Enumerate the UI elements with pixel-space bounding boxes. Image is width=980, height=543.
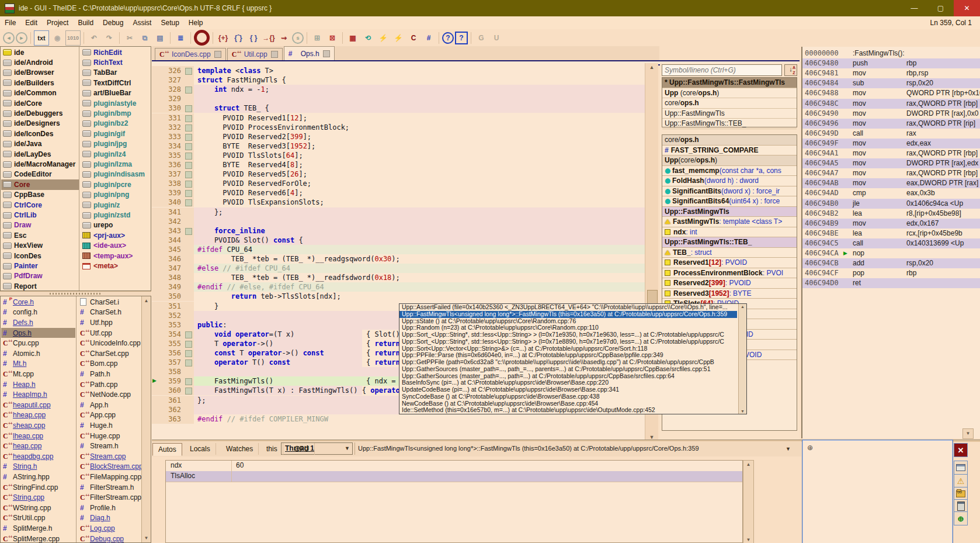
file-item[interactable]: #App.h: [78, 400, 141, 410]
build-release-icon[interactable]: ⚡: [391, 31, 405, 45]
cut-icon[interactable]: ✂: [123, 31, 137, 45]
tab-state-box[interactable]: [271, 51, 278, 58]
code-line[interactable]: 335 PVOID TlsSlots[64];: [152, 151, 645, 160]
code-line[interactable]: 338 PVOID ReservedForOle;: [152, 179, 645, 188]
code-line[interactable]: 333 PVOID Reserved2[399];: [152, 132, 645, 141]
stack-frame-row[interactable]: BaseInfoSync (pi=...) at C:\Prototable\u…: [399, 379, 737, 386]
stack-frame-row[interactable]: Upp::Random (n=23) at C:\Prototable\upp\…: [399, 324, 737, 331]
disassembly-row[interactable]: 406C94B0jle0x1406c94ca <Up: [802, 199, 980, 209]
file-item[interactable]: C++Utf.cpp: [78, 328, 141, 338]
code-line[interactable]: 331 PVOID Reserved1[12];: [152, 113, 645, 123]
file-item[interactable]: C++heaputil.cpp: [1, 400, 75, 410]
code-text[interactable]: return teb->TlsSlots[ndx];: [194, 292, 645, 301]
stack-frame-row[interactable]: Upp::AssertFailed (file=0x140b25360 <_ZN…: [399, 304, 737, 311]
file-item[interactable]: C++App.cpp: [78, 410, 141, 421]
code-line[interactable]: 326template <class T>: [152, 66, 645, 75]
new-file-icon[interactable]: ≣: [173, 31, 187, 45]
package-item[interactable]: plugin/astyle: [81, 98, 151, 108]
code-line[interactable]: 344 PVOID& Slot() const {: [152, 236, 645, 245]
file-item[interactable]: #Profile.h: [78, 503, 141, 513]
code-text[interactable]: PVOID Reserved6[4];: [194, 188, 645, 198]
disassembly-row[interactable]: 406C94B9movedx,0x167: [802, 219, 980, 229]
code-text[interactable]: PVOID Reserved1[12];: [194, 113, 645, 123]
package-item[interactable]: ide/Debuggers: [1, 108, 79, 118]
package-item[interactable]: Core: [1, 179, 79, 189]
package-item[interactable]: Report: [1, 281, 79, 291]
file-item[interactable]: C++StrUtil.cpp: [1, 513, 75, 524]
stack-frame-row[interactable]: Upp::sState () at C:\Prototable\upp\upps…: [399, 318, 737, 325]
code-text[interactable]: #endif // #ifdef COMPILER_MINGW: [194, 414, 645, 424]
code-line[interactable]: 340 PVOID TlsExpansionSlots;: [152, 198, 645, 207]
disassembly-pane[interactable]: 00000000:FastMingwTls():406C9480pushrbp4…: [801, 47, 980, 438]
package-item[interactable]: plugin/z: [81, 200, 151, 210]
menu-item-debug[interactable]: Debug: [98, 19, 128, 27]
symbol-item-row[interactable]: ndx : int: [662, 227, 797, 238]
disassembly-row[interactable]: 00000000:FastMingwTls():: [802, 49, 980, 58]
file-item[interactable]: #Huge.h: [78, 420, 141, 431]
package-item[interactable]: ide/Core: [1, 98, 79, 108]
column-divider[interactable]: [231, 471, 232, 482]
file-item[interactable]: C++Log.cpp: [78, 523, 141, 534]
view-hex-button[interactable]: 1010: [65, 30, 81, 46]
symbol-result-row[interactable]: Upp::FastMingwTls: [662, 109, 797, 119]
maximize-button[interactable]: ▢: [927, 0, 954, 16]
stack-frame-row[interactable]: Upp::PPFile::Parse (this=0x6d604e0, in=.…: [399, 352, 737, 359]
disassembly-row[interactable]: 406C948Cmovrax,QWORD PTR [rbp]: [802, 99, 980, 109]
package-item[interactable]: plugin/lzma: [81, 159, 151, 169]
symbol-item-row[interactable]: ProcessEnvironmentBlock : PVOI: [662, 268, 797, 279]
file-item[interactable]: C++FilterStream.cpp: [78, 492, 141, 503]
file-item[interactable]: #PCore.h: [1, 297, 75, 307]
file-item[interactable]: C++Debug.cpp: [78, 534, 141, 543]
package-item[interactable]: ide/LayDes: [1, 149, 79, 159]
symbol-item-row[interactable]: #FAST_STRING_COMPARE: [662, 146, 797, 156]
package-item[interactable]: <meta>: [81, 261, 151, 271]
code-line[interactable]: 332 PVOID ProcessEnvironmentBlock;: [152, 123, 645, 132]
package-item[interactable]: CtrlCore: [1, 200, 79, 210]
disassembly-row[interactable]: 406C94B2lear8,[rip+0x45be98]: [802, 209, 980, 219]
scroll-down-icon[interactable]: ▼: [142, 535, 151, 541]
debug-tab-this[interactable]: this: [261, 443, 283, 455]
symbol-item-row[interactable]: ⬤FoldHash(dword h) : dword: [662, 176, 797, 186]
stack-frame-row[interactable]: Ide::SetMethod (this=0x16e57b0, m=...) a…: [399, 407, 737, 414]
context-help-icon[interactable]: ?: [455, 32, 468, 44]
file-item[interactable]: #Path.h: [78, 369, 141, 379]
preprocess-icon[interactable]: #: [422, 31, 436, 45]
disassembly-row[interactable]: 406C94C5call0x140313699 <Up: [802, 238, 980, 248]
code-line[interactable]: 343 force_inline: [152, 226, 645, 236]
menu-item-setup[interactable]: Setup: [156, 19, 183, 27]
file-item[interactable]: C++heapdbg.cpp: [1, 451, 75, 462]
file-item[interactable]: #Utf.hpp: [78, 317, 141, 328]
code-text[interactable]: TEB_ *teb = (TEB_ *)__readfsdword(0x18);: [194, 273, 645, 282]
code-line[interactable]: 349#endif // #else, #ifdef CPU_64: [152, 282, 645, 292]
file-item[interactable]: C++String.cpp: [1, 492, 75, 503]
package-item[interactable]: plugin/ndisasm: [81, 170, 151, 179]
disassembly-row[interactable]: 406C94CA▶nop: [802, 248, 980, 258]
package-item[interactable]: TabBar: [81, 68, 151, 78]
brace-up-icon[interactable]: {ˆ}: [231, 31, 245, 45]
package-item[interactable]: ide/IconDes: [1, 129, 79, 139]
debug-tab-autos[interactable]: Autos: [152, 443, 182, 456]
menu-item-edit[interactable]: Edit: [20, 19, 42, 27]
symbol-item-row[interactable]: Reserved3[1952] : BYTE: [662, 289, 797, 299]
menu-item-file[interactable]: File: [0, 19, 20, 27]
code-line[interactable]: 329: [152, 94, 645, 103]
menu-item-project[interactable]: Project: [42, 19, 73, 27]
package-item[interactable]: ide/Android: [1, 57, 79, 67]
package-item[interactable]: art/BlueBar: [81, 88, 151, 98]
disassembly-scroll-down-icon[interactable]: ▼: [962, 428, 974, 439]
stack-frame-row[interactable]: Upp::GetPPFile (path=0x6cd32a8 "c:\\prot…: [399, 359, 737, 366]
package-item[interactable]: plugin/png: [81, 190, 151, 200]
package-item[interactable]: plugin/jpg: [81, 139, 151, 149]
file-item[interactable]: #Diag.h: [78, 513, 141, 524]
stack-frame-row[interactable]: NewCodeBase () at C:\Prototable\upp\upps…: [399, 400, 737, 407]
code-text[interactable]: #endif // #else, #ifdef CPU_64: [194, 282, 645, 292]
copy-icon[interactable]: ⧉: [138, 31, 152, 45]
file-item[interactable]: #CharSet.h: [78, 307, 141, 318]
package-item[interactable]: plugin/zstd: [81, 210, 151, 220]
package-item[interactable]: ide/Java: [1, 139, 79, 149]
file-item[interactable]: #config.h: [1, 307, 75, 318]
file-item[interactable]: C++WString.cpp: [1, 503, 75, 513]
stack-frame-row[interactable]: Upp::Sort<Upp::Vector<Upp::String>&> (c=…: [399, 345, 737, 352]
code-text[interactable]: template <class T>: [194, 66, 645, 75]
symbol-item-row[interactable]: ⬤fast_memcmp(const char *a, cons: [662, 166, 797, 177]
